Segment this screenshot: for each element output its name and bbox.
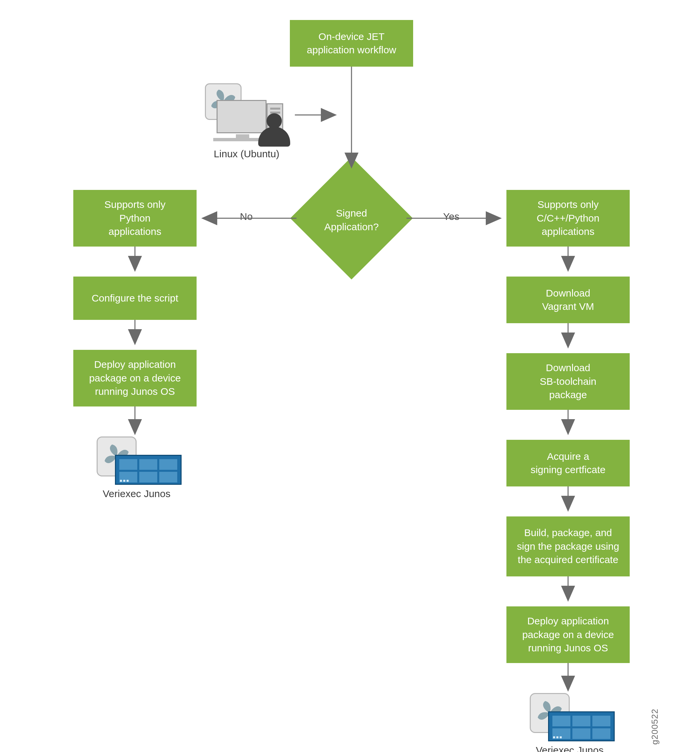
node-yes-4: Build, package, andsign the package usin… bbox=[506, 516, 630, 576]
linux-caption: Linux (Ubuntu) bbox=[198, 148, 295, 160]
linux-ubuntu-icon bbox=[198, 83, 295, 147]
node-start: On-device JETapplication workflow bbox=[290, 20, 413, 67]
node-yes-2-label: DownloadSB-toolchainpackage bbox=[540, 361, 596, 402]
router-icon bbox=[115, 455, 182, 485]
veriexec-caption-right: Veriexec Junos bbox=[526, 745, 613, 752]
person-icon bbox=[255, 113, 292, 145]
node-no-0: Supports onlyPythonapplications bbox=[73, 190, 197, 247]
node-yes-0: Supports onlyC/C++/Pythonapplications bbox=[506, 190, 630, 247]
node-no-1: Configure the script bbox=[73, 277, 197, 320]
node-yes-3: Acquire asigning certficate bbox=[506, 440, 630, 486]
node-no-0-label: Supports onlyPythonapplications bbox=[104, 198, 165, 239]
edge-label-yes: Yes bbox=[443, 211, 459, 222]
node-yes-2: DownloadSB-toolchainpackage bbox=[506, 353, 630, 410]
router-icon bbox=[548, 712, 615, 741]
node-yes-1: DownloadVagrant VM bbox=[506, 277, 630, 323]
veriexec-junos-icon-left bbox=[96, 437, 180, 486]
veriexec-junos-icon-right bbox=[530, 693, 613, 743]
node-yes-5: Deploy applicationpackage on a devicerun… bbox=[506, 606, 630, 663]
node-yes-5-label: Deploy applicationpackage on a devicerun… bbox=[522, 614, 614, 655]
node-yes-3-label: Acquire asigning certficate bbox=[531, 450, 605, 477]
node-start-label: On-device JETapplication workflow bbox=[307, 30, 396, 57]
node-yes-1-label: DownloadVagrant VM bbox=[542, 287, 594, 314]
node-yes-4-label: Build, package, andsign the package usin… bbox=[517, 526, 619, 567]
figure-id: g200522 bbox=[650, 708, 660, 745]
node-decision bbox=[290, 157, 413, 280]
node-yes-0-label: Supports onlyC/C++/Pythonapplications bbox=[537, 198, 599, 239]
node-no-2: Deploy applicationpackage on a devicerun… bbox=[73, 350, 197, 407]
veriexec-caption-left: Veriexec Junos bbox=[93, 488, 180, 499]
edge-label-no: No bbox=[240, 211, 253, 222]
node-no-2-label: Deploy applicationpackage on a devicerun… bbox=[89, 358, 181, 398]
node-no-1-label: Configure the script bbox=[92, 292, 178, 305]
